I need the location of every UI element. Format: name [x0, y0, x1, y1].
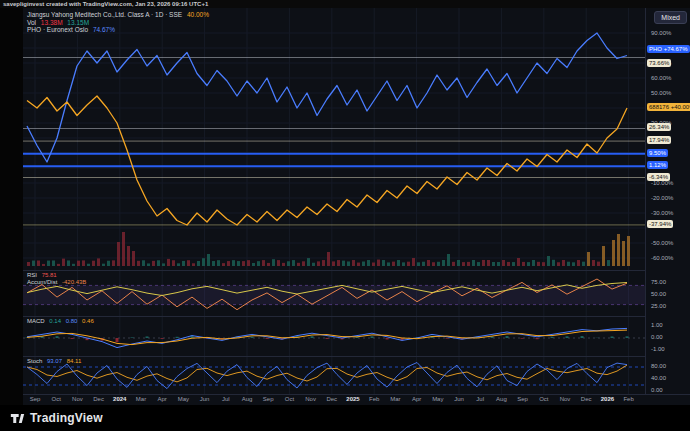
stoch-k-value: 93.07 [47, 358, 62, 364]
time-axis[interactable]: SepOctNovDec2024MarAprMayJunJulAugSepOct… [23, 394, 690, 405]
time-axis-label: May [172, 396, 194, 402]
price-axis-badge: 1.12% [647, 161, 668, 169]
time-axis-label: Sep [512, 396, 534, 402]
rsi-chart[interactable] [23, 271, 645, 316]
main-price-pane[interactable]: Jiangsu Yahong Meditech Co.,Ltd. Class A… [23, 8, 645, 270]
price-axis-label: 90.00% [651, 29, 671, 37]
compare-change-value: 74.67% [93, 26, 115, 33]
time-axis-label: 2025 [342, 396, 364, 402]
macd-hist-value: 0.14 [49, 318, 61, 324]
tradingview-logo-icon [10, 411, 25, 426]
accum-value: -420.43B [62, 279, 86, 285]
stoch-label: Stoch [27, 358, 42, 364]
indicator-axis-label: -1.00 [651, 345, 665, 353]
pho-compare-line [27, 33, 627, 162]
time-axis-label: Dec [88, 396, 110, 402]
rsi-pane-legend: RSI 75.81 Accum/Dist -420.43B [27, 272, 86, 286]
macd-pane-legend: MACD 0.14 0.80 0.46 [27, 318, 94, 325]
time-axis-label: Dec [321, 396, 343, 402]
time-axis-label: Jul [215, 396, 237, 402]
time-axis-label: May [427, 396, 449, 402]
screen: savepliginvest created with TradingView.… [0, 0, 690, 431]
stoch-pane[interactable]: Stoch 93.07 84.11 [23, 356, 645, 394]
time-axis-label: 2026 [596, 396, 618, 402]
time-axis-label: Mar [130, 396, 152, 402]
price-axis[interactable]: 90.00%80.00%70.00%60.00%50.00%30.00%-10.… [645, 8, 690, 394]
macd-signal-line [27, 330, 627, 345]
volume-bars [27, 232, 630, 266]
time-axis-label: Apr [406, 396, 428, 402]
volume-label: Vol [27, 19, 36, 26]
indicator-axis-label: 40.00 [651, 374, 666, 382]
time-axis-label: Oct [278, 396, 300, 402]
time-axis-label: Oct [533, 396, 555, 402]
symbol-688176-line [27, 96, 627, 225]
time-axis-label: Feb [363, 396, 385, 402]
stoch-chart[interactable] [23, 357, 645, 394]
price-axis-badge: 688176 +40.00% [647, 103, 690, 111]
time-axis-label: Nov [300, 396, 322, 402]
price-axis-label: -20.00% [651, 194, 673, 202]
time-axis-label: Nov [66, 396, 88, 402]
indicator-axis-label: 75.00 [651, 278, 666, 286]
compare-legend-row[interactable]: PHO · Euronext Oslo 74.67% [27, 26, 209, 34]
compare-title: PHO · Euronext Oslo [27, 26, 88, 33]
time-axis-label: Dec [575, 396, 597, 402]
price-axis-badge: PHO +74.67% [647, 45, 690, 53]
watermark-text: savepliginvest created with TradingView.… [3, 1, 208, 7]
stoch-d-value: 84.11 [67, 358, 82, 364]
stoch-legend-row[interactable]: Stoch 93.07 84.11 [27, 358, 81, 365]
chart-widget: Jiangsu Yahong Meditech Co.,Ltd. Class A… [23, 8, 690, 405]
price-axis-label: 50.00% [651, 89, 671, 97]
time-axis-label: Apr [151, 396, 173, 402]
indicator-axis-label: 1.00 [651, 321, 663, 329]
macd-legend-row[interactable]: MACD 0.14 0.80 0.46 [27, 318, 94, 325]
accum-legend-row[interactable]: Accum/Dist -420.43B [27, 279, 86, 286]
macd-label: MACD [27, 318, 45, 324]
indicator-axis-label: 80.00 [651, 362, 666, 370]
price-axis-label: -30.00% [651, 209, 673, 217]
price-axis-badge: 73.66% [647, 59, 671, 67]
rsi-legend-row[interactable]: RSI 75.81 [27, 272, 86, 279]
indicator-axis-label: 0.00 [651, 333, 663, 341]
macd-chart[interactable] [23, 317, 645, 356]
volume-legend-row[interactable]: Vol 13.38M 13.15M [27, 19, 209, 27]
price-axis-label: -60.00% [651, 254, 673, 262]
tradingview-logo-link[interactable]: TradingView [0, 405, 140, 431]
macd-pane[interactable]: MACD 0.14 0.80 0.46 [23, 316, 645, 356]
watermark-bar: savepliginvest created with TradingView.… [0, 0, 690, 8]
time-axis-label: Feb [618, 396, 640, 402]
price-axis-badge: -37.94% [647, 220, 673, 228]
main-chart[interactable] [23, 8, 645, 270]
volume-value-1: 13.38M [41, 19, 63, 26]
rsi-value: 75.81 [42, 272, 57, 278]
time-axis-label: Jun [448, 396, 470, 402]
stoch-pane-legend: Stoch 93.07 84.11 [27, 358, 81, 365]
time-axis-label: Aug [490, 396, 512, 402]
footer-bar: TradingView [0, 405, 690, 431]
volume-value-2: 13.15M [67, 19, 89, 26]
price-axis-badge: 17.94% [647, 136, 671, 144]
indicator-axis-label: 0.00 [651, 386, 663, 394]
price-axis-label: 60.00% [651, 74, 671, 82]
indicator-axis-label: 25.00 [651, 302, 666, 310]
price-axis-badge: 9.50% [647, 149, 668, 157]
price-axis-badge: 26.34% [647, 123, 671, 131]
macd-line-value: 0.80 [66, 318, 78, 324]
accum-label: Accum/Dist [27, 279, 57, 285]
time-axis-label: Nov [554, 396, 576, 402]
time-axis-label: Jul [469, 396, 491, 402]
time-axis-label: 2024 [109, 396, 131, 402]
macd-signal-value: 0.46 [82, 318, 94, 324]
rsi-accum-pane[interactable]: RSI 75.81 Accum/Dist -420.43B [23, 270, 645, 316]
interval-mixed-button[interactable]: Mixed [654, 11, 687, 24]
time-axis-label: Oct [45, 396, 67, 402]
rsi-label: RSI [27, 272, 37, 278]
time-axis-label: Mar [384, 396, 406, 402]
indicator-axis-label: 50.00 [651, 290, 666, 298]
stoch-k-line [27, 363, 627, 389]
symbol-legend-row[interactable]: Jiangsu Yahong Meditech Co.,Ltd. Class A… [27, 11, 209, 19]
time-axis-label: Sep [24, 396, 46, 402]
time-axis-label: Aug [236, 396, 258, 402]
symbol-change-value: 40.00% [187, 11, 209, 18]
